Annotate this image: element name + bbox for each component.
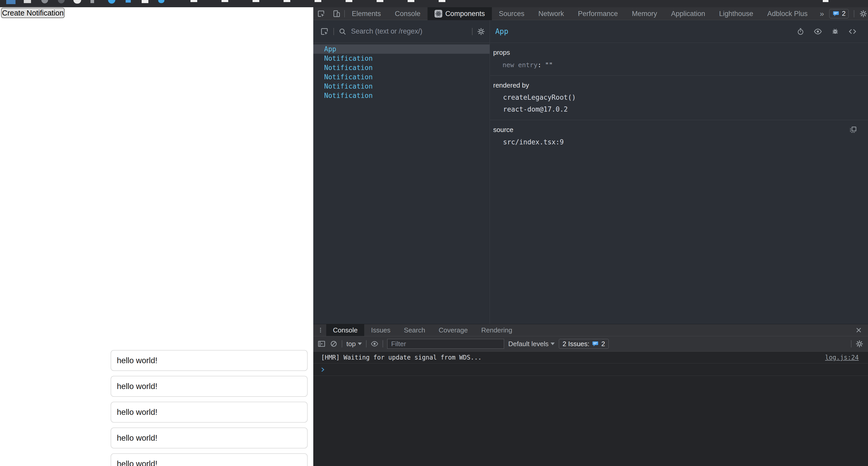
live-expression-eye-icon[interactable] bbox=[371, 340, 378, 348]
console-message-row: [HMR] Waiting for update signal from WDS… bbox=[313, 352, 868, 363]
source-entry[interactable]: src/index.tsx:9 bbox=[493, 138, 863, 146]
browser-tab-favicon[interactable] bbox=[108, 0, 115, 4]
components-settings-gear-icon[interactable] bbox=[477, 28, 485, 35]
inspect-dom-eye-icon[interactable] bbox=[814, 27, 822, 36]
console-message-text: [HMR] Waiting for update signal from WDS… bbox=[321, 354, 482, 361]
details-header-icons bbox=[797, 27, 857, 36]
chevron-down-icon bbox=[551, 342, 555, 345]
log-levels-dropdown[interactable]: Default levels bbox=[508, 340, 555, 348]
browser-tab-favicon[interactable] bbox=[73, 0, 81, 4]
rendered-by-entry[interactable]: createLegacyRoot() bbox=[493, 94, 863, 101]
toolbar-separator bbox=[366, 340, 367, 347]
toolbar-separator bbox=[851, 340, 851, 347]
notification-text: hello world! bbox=[117, 356, 157, 365]
components-panel-area: App Notification Notification Notificati… bbox=[313, 20, 868, 324]
browser-tab-favicon[interactable] bbox=[284, 0, 290, 2]
tree-item-notification[interactable]: Notification bbox=[313, 63, 490, 72]
browser-tab-strip bbox=[0, 0, 868, 7]
issues-counter-button[interactable]: 2 bbox=[829, 9, 848, 18]
drawer-tab-coverage[interactable]: Coverage bbox=[432, 324, 474, 336]
tab-console[interactable]: Console bbox=[388, 7, 428, 20]
clear-console-icon[interactable] bbox=[330, 340, 338, 348]
drawer-tab-search[interactable]: Search bbox=[397, 324, 432, 336]
tab-adblock-plus[interactable]: Adblock Plus bbox=[760, 7, 814, 20]
drawer-tab-issues[interactable]: Issues bbox=[364, 324, 397, 336]
tab-network[interactable]: Network bbox=[531, 7, 571, 20]
tab-lighthouse[interactable]: Lighthouse bbox=[712, 7, 760, 20]
console-issues-button[interactable]: 2 Issues: 2 bbox=[559, 339, 609, 349]
notification-toast[interactable]: hello world! bbox=[111, 376, 308, 397]
console-sidebar-toggle-icon[interactable] bbox=[317, 340, 326, 348]
more-tabs-button[interactable]: » bbox=[814, 9, 829, 18]
debug-bug-icon[interactable] bbox=[831, 28, 839, 35]
tree-item-notification[interactable]: Notification bbox=[313, 91, 490, 100]
browser-tab-favicon[interactable] bbox=[408, 0, 414, 2]
console-filter-input[interactable] bbox=[387, 339, 504, 349]
new-entry-row[interactable]: new entry:"" bbox=[493, 61, 863, 69]
rendered-by-label: rendered by bbox=[493, 81, 863, 89]
details-header: App bbox=[490, 20, 868, 43]
components-tree-panel: App Notification Notification Notificati… bbox=[313, 20, 490, 324]
notification-toast[interactable]: hello world! bbox=[111, 428, 308, 448]
browser-tab-favicon[interactable] bbox=[190, 0, 197, 2]
browser-tab-favicon[interactable] bbox=[221, 0, 228, 2]
copy-icon[interactable] bbox=[849, 126, 857, 134]
components-tree: App Notification Notification Notificati… bbox=[313, 43, 490, 100]
console-prompt-row[interactable] bbox=[313, 363, 868, 376]
browser-tab-favicon[interactable] bbox=[439, 0, 445, 2]
browser-tab-favicon[interactable] bbox=[377, 0, 383, 2]
components-search-input[interactable] bbox=[351, 27, 467, 35]
prop-key[interactable]: new entry bbox=[502, 61, 537, 69]
toolbar-separator bbox=[334, 28, 334, 35]
search-icon bbox=[339, 28, 346, 35]
context-selector-dropdown[interactable]: top bbox=[346, 340, 362, 348]
tab-components-label: Components bbox=[445, 7, 485, 20]
inspect-component-icon[interactable] bbox=[320, 27, 329, 36]
browser-tab-favicon[interactable] bbox=[315, 0, 321, 2]
notification-text: hello world! bbox=[117, 408, 157, 417]
browser-tab-favicon[interactable] bbox=[41, 0, 48, 3]
browser-tab-favicon[interactable] bbox=[90, 0, 94, 3]
tree-item-notification[interactable]: Notification bbox=[313, 54, 490, 63]
inspect-element-icon[interactable] bbox=[317, 9, 325, 18]
browser-tab-favicon[interactable] bbox=[252, 0, 259, 2]
browser-tab-favicon[interactable] bbox=[126, 0, 131, 3]
rendered-by-entry[interactable]: react-dom@17.0.2 bbox=[493, 105, 863, 113]
tab-application[interactable]: Application bbox=[664, 7, 712, 20]
tab-performance[interactable]: Performance bbox=[571, 7, 625, 20]
tab-sources[interactable]: Sources bbox=[492, 7, 531, 20]
tree-item-notification[interactable]: Notification bbox=[313, 81, 490, 91]
browser-tab-favicon[interactable] bbox=[24, 0, 31, 3]
browser-tab-favicon[interactable] bbox=[346, 0, 352, 2]
tree-item-app[interactable]: App bbox=[313, 44, 490, 54]
drawer-tab-console[interactable]: Console bbox=[326, 324, 364, 336]
drawer-close-icon[interactable] bbox=[856, 327, 862, 333]
chevron-down-icon bbox=[358, 342, 362, 345]
browser-tab-favicon[interactable] bbox=[6, 0, 16, 4]
notification-toast[interactable]: hello world! bbox=[111, 402, 308, 423]
browser-tab-favicon[interactable] bbox=[823, 0, 829, 2]
issues-bubble-icon bbox=[592, 340, 599, 347]
toolbar-separator bbox=[854, 10, 854, 17]
prop-value[interactable]: "" bbox=[545, 61, 553, 69]
view-source-code-icon[interactable] bbox=[848, 27, 857, 36]
notification-toast[interactable]: hello world! bbox=[111, 453, 308, 466]
device-toolbar-icon[interactable] bbox=[333, 9, 341, 18]
prop-colon: : bbox=[537, 61, 541, 69]
drawer-kebab-menu-icon[interactable] bbox=[317, 327, 323, 333]
drawer-tab-rendering[interactable]: Rendering bbox=[474, 324, 519, 336]
browser-tab-favicon[interactable] bbox=[158, 0, 164, 3]
browser-tab-favicon[interactable] bbox=[142, 0, 148, 3]
console-source-link[interactable]: log.js:24 bbox=[825, 354, 859, 361]
create-notification-button[interactable]: Create Notification bbox=[1, 8, 65, 18]
selected-component-title: App bbox=[495, 27, 508, 36]
tree-item-notification[interactable]: Notification bbox=[313, 72, 490, 81]
console-settings-gear-icon[interactable] bbox=[856, 340, 863, 348]
settings-gear-icon[interactable] bbox=[860, 10, 867, 18]
tab-memory[interactable]: Memory bbox=[625, 7, 664, 20]
suspense-stopwatch-icon[interactable] bbox=[797, 28, 804, 35]
browser-tab-favicon[interactable] bbox=[58, 0, 65, 3]
notification-toast[interactable]: hello world! bbox=[111, 350, 308, 371]
tab-components[interactable]: Components bbox=[428, 7, 492, 20]
tab-elements[interactable]: Elements bbox=[345, 7, 388, 20]
